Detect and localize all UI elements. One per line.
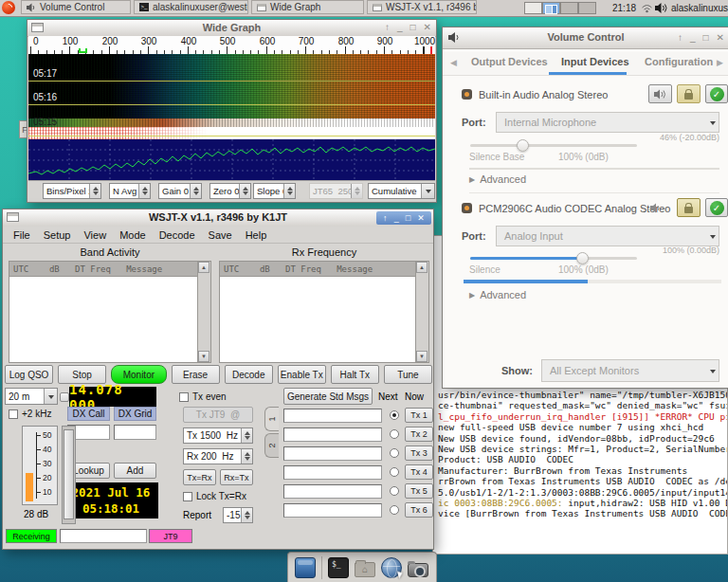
shade-icon[interactable]: ↑ bbox=[383, 214, 388, 223]
band-activity-list[interactable]: UTC dB DT Freq Message ▲ ▼ bbox=[9, 261, 211, 363]
tx-next-radio-2[interactable] bbox=[390, 429, 399, 439]
tx-2-button[interactable]: Tx 2 bbox=[405, 427, 433, 442]
generate-std-msgs-button[interactable]: Generate Std Msgs bbox=[283, 388, 373, 405]
log-qso-button[interactable]: Log QSO bbox=[5, 365, 53, 384]
msg-tab-2[interactable]: 2 bbox=[264, 433, 279, 458]
slope-spinner[interactable]: Slope 0.0 bbox=[253, 183, 296, 199]
frequency-scale[interactable]: 0 100 200 300 400 500 600 700 800 900 10… bbox=[28, 36, 435, 55]
tx-freq-spinner[interactable]: Tx 1500 Hz bbox=[183, 427, 253, 444]
scroll-down-icon[interactable]: ▼ bbox=[198, 351, 209, 362]
n-avg-spinner[interactable]: N Avg 5 bbox=[109, 183, 151, 199]
tx-next-radio-4[interactable] bbox=[390, 467, 399, 477]
set-fallback-button[interactable]: ✓ bbox=[705, 84, 728, 103]
spin-buttons[interactable] bbox=[89, 184, 100, 198]
checkbox-icon[interactable] bbox=[9, 409, 18, 419]
checkbox-icon[interactable] bbox=[179, 392, 189, 402]
tx-message-6-field[interactable] bbox=[283, 503, 382, 518]
speaker-icon[interactable] bbox=[650, 203, 663, 213]
tab-scroll-right-icon[interactable]: ▶ bbox=[717, 58, 723, 67]
volume-control-titlebar[interactable]: Volume Control ↑ _ □ ✕ bbox=[443, 27, 728, 49]
tx-6-button[interactable]: Tx 6 bbox=[405, 502, 433, 518]
workspace-4[interactable] bbox=[578, 2, 596, 14]
advanced-expander-builtin[interactable]: ▶ Advanced bbox=[469, 173, 526, 185]
menu-view[interactable]: View bbox=[77, 229, 113, 241]
msg-tab-1[interactable]: 1 bbox=[264, 407, 279, 431]
rx-eq-tx-button[interactable]: Rx=Tx bbox=[220, 469, 253, 485]
minimize-icon[interactable]: _ bbox=[690, 32, 696, 44]
shade-icon[interactable]: ↑ bbox=[678, 32, 682, 44]
tx-3-button[interactable]: Tx 3 bbox=[405, 446, 433, 461]
zero-spinner[interactable]: Zero 0 bbox=[209, 183, 251, 199]
spin-buttons[interactable] bbox=[241, 449, 252, 464]
erase-button[interactable]: Erase bbox=[172, 365, 220, 384]
waterfall[interactable]: 05:17 05:16 bbox=[28, 54, 435, 118]
taskbar-wsjtx[interactable]: WSJT-X v1.1, r3496 by ... bbox=[367, 0, 477, 14]
tx-eq-rx-button[interactable]: Tx=Rx bbox=[183, 469, 216, 485]
set-fallback-button[interactable]: ✓ bbox=[705, 198, 728, 217]
spin-buttons[interactable] bbox=[190, 184, 201, 198]
spin-buttons[interactable] bbox=[283, 184, 295, 198]
tx-message-2-field[interactable] bbox=[283, 427, 382, 442]
lock-channels-button[interactable] bbox=[677, 84, 701, 103]
maximize-icon[interactable]: □ bbox=[703, 32, 709, 44]
port-combo-pcm2906c[interactable]: Analog Input bbox=[496, 226, 719, 246]
menu-setup[interactable]: Setup bbox=[37, 229, 78, 241]
tx-next-radio-3[interactable] bbox=[390, 448, 399, 458]
waterfall-old-band[interactable]: 05:15 bbox=[28, 118, 435, 127]
scroll-up-icon[interactable]: ▲ bbox=[416, 262, 428, 273]
maximize-icon[interactable]: □ bbox=[410, 22, 416, 33]
workspace-2[interactable] bbox=[542, 2, 560, 14]
add-button[interactable]: Add bbox=[114, 463, 156, 479]
spin-buttons[interactable] bbox=[241, 428, 252, 443]
screenshot-icon[interactable] bbox=[408, 563, 428, 577]
menu-file[interactable]: File bbox=[7, 229, 37, 241]
bins-pixel-spinner[interactable]: Bins/Pixel 2 bbox=[43, 183, 101, 199]
waterfall-gain-slider[interactable] bbox=[62, 426, 76, 524]
spectrum-plot[interactable] bbox=[28, 139, 435, 180]
advanced-expander-pcm2906c[interactable]: ▶ Advanced bbox=[469, 289, 526, 300]
taskbar-volume-control[interactable]: Volume Control bbox=[21, 0, 131, 14]
taskbar-terminal[interactable]: >_ alaskalinuxuser@westona... bbox=[134, 0, 248, 14]
terminal-icon[interactable]: $_ bbox=[328, 557, 349, 578]
halt-tx-button[interactable]: Halt Tx bbox=[331, 365, 379, 384]
close-icon[interactable]: ✕ bbox=[717, 32, 724, 44]
decode-button[interactable]: Decode bbox=[225, 365, 273, 384]
band-mini-button[interactable] bbox=[60, 392, 69, 402]
volume-slider-pcm2906c[interactable] bbox=[470, 257, 637, 260]
menu-help[interactable]: Help bbox=[239, 229, 274, 241]
tx-next-radio-5[interactable] bbox=[390, 486, 399, 496]
close-icon[interactable]: ✕ bbox=[417, 214, 425, 223]
menu-mode[interactable]: Mode bbox=[113, 229, 153, 241]
scroll-down-icon[interactable]: ▼ bbox=[416, 351, 428, 362]
tx-even-checkbox[interactable]: Tx even bbox=[179, 391, 227, 402]
waterfall-blank-band[interactable] bbox=[28, 127, 435, 139]
tx-message-4-field[interactable] bbox=[283, 465, 382, 480]
shade-icon[interactable]: ↑ bbox=[385, 22, 390, 33]
report-spinner[interactable]: -15 bbox=[223, 507, 253, 523]
scroll-up-icon[interactable]: ▲ bbox=[198, 262, 209, 273]
scrollbar[interactable]: ▲ ▼ bbox=[197, 262, 210, 362]
tx-message-5-field[interactable] bbox=[283, 484, 382, 499]
maximize-icon[interactable]: □ bbox=[406, 214, 410, 223]
slider-thumb[interactable] bbox=[64, 429, 74, 519]
workspace-1[interactable] bbox=[524, 2, 542, 14]
scrollbar[interactable]: ▲ ▼ bbox=[415, 262, 428, 362]
close-icon[interactable]: ✕ bbox=[424, 22, 431, 33]
wsjtx-titlebar[interactable]: WSJT-X v1.1, r3496 by K1JT ↑ _ □ ✕ bbox=[3, 209, 433, 227]
palette-combo[interactable]: Cumulative bbox=[368, 183, 435, 199]
web-browser-icon[interactable] bbox=[381, 557, 402, 578]
file-manager-icon[interactable]: ⌂ bbox=[355, 562, 375, 577]
tx-next-radio-1[interactable] bbox=[390, 410, 399, 420]
tab-scroll-left-icon[interactable]: ◀ bbox=[450, 58, 457, 67]
app-menu-icon[interactable] bbox=[2, 1, 15, 14]
minimize-icon[interactable]: _ bbox=[397, 22, 403, 33]
workspace-3[interactable] bbox=[560, 2, 578, 14]
volume-icon[interactable] bbox=[655, 3, 668, 13]
lock-txrx-checkbox[interactable]: Lock Tx=Rx bbox=[183, 491, 246, 501]
menu-decode[interactable]: Decode bbox=[153, 229, 202, 241]
dx-grid-field[interactable] bbox=[114, 425, 156, 440]
menu-save[interactable]: Save bbox=[202, 229, 239, 241]
slider-handle[interactable] bbox=[517, 139, 529, 152]
rx-freq-spinner[interactable]: Rx 200 Hz bbox=[183, 448, 253, 464]
band-combo[interactable]: 20 m bbox=[5, 388, 58, 405]
